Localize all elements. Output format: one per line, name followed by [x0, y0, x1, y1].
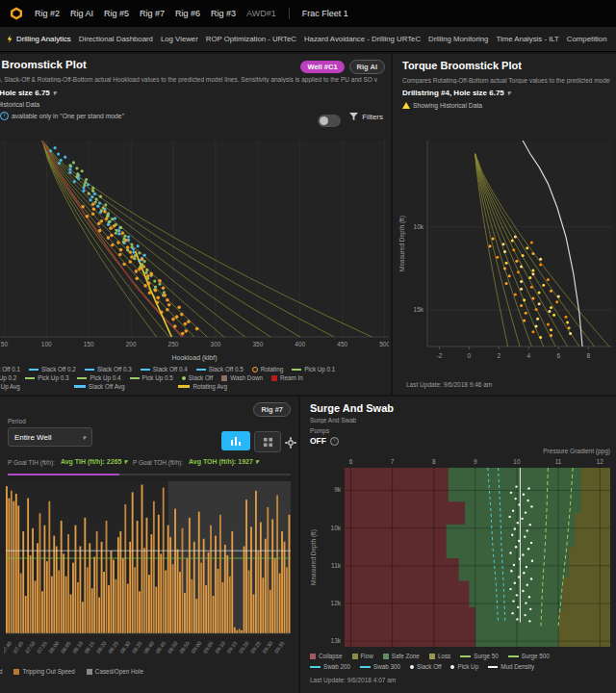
tripping-speed-chart: 07:4007:4507:5007:5508:0008:0508:1008:15… [4, 479, 295, 668]
svg-text:08:00: 08:00 [48, 640, 61, 654]
info-icon[interactable] [330, 437, 339, 446]
rig-tabs: Rig #2Rig AIRig #5Rig #7Rig #6Rig #3AWD#… [35, 8, 348, 19]
svg-text:100: 100 [41, 341, 52, 347]
hookload-badges: Well #C1 Rig AI [300, 60, 385, 74]
legend-marker [310, 666, 321, 668]
legend-surge-50[interactable]: Surge 50 [460, 653, 499, 659]
legend-tripping-in-speed[interactable]: Tripping In Speed [0, 668, 2, 675]
legend-mud-density[interactable]: Mud Density [488, 663, 534, 670]
nav-label: Time Analysis - ILT [496, 35, 558, 43]
legend-pick-up-0-4[interactable]: Pick Up 0.4 [77, 374, 120, 381]
caret-down-icon [253, 458, 259, 465]
legend-swab-300[interactable]: Swab 300 [360, 663, 400, 670]
legend-marker [85, 369, 94, 371]
nav-drilling-analytics[interactable]: Drilling Analytics [6, 35, 71, 43]
legend-ream-in[interactable]: Ream In [271, 374, 303, 381]
surge-swab-chart: 67891011129k10k11k12k13kMeasured Depth (… [304, 454, 614, 649]
nav-label: Drilling Monitoring [428, 35, 488, 43]
legend-rotating-avg[interactable]: Rotating Avg [178, 383, 227, 390]
legend-label: Surge 50 [474, 653, 499, 659]
svg-text:08:20: 08:20 [95, 640, 108, 654]
legend-slack-off-0-1[interactable]: Slack Off 0.1 [0, 366, 20, 372]
tab-rig-7[interactable]: Rig #7 [140, 9, 165, 18]
lightning-icon [6, 35, 13, 43]
chart-view-button[interactable] [221, 431, 250, 450]
svg-text:4: 4 [526, 352, 530, 359]
legend-marker [271, 375, 277, 381]
grid-view-button[interactable] [254, 431, 281, 452]
nav-competition[interactable]: Competition [567, 35, 607, 43]
tab-rig-2[interactable]: Rig #2 [35, 9, 60, 18]
tab-rig-5[interactable]: Rig #5 [104, 9, 129, 18]
svg-text:450: 450 [337, 341, 347, 347]
historical-toggle[interactable] [318, 115, 341, 127]
torque-drillstring-select[interactable]: Drillstring #4, Hole size 6.75 [402, 89, 510, 97]
avg-tih-value[interactable]: Avg TIH (ft/h): 2265 [61, 458, 127, 466]
hookload-drillstring-select[interactable]: Drillstring #4, Hole size 6.75 [0, 89, 56, 97]
legend-flow[interactable]: Flow [352, 653, 373, 659]
tab-awd-1[interactable]: AWD#1 [246, 9, 276, 18]
legend-label: Collapse [319, 653, 343, 659]
nav-log-viewer[interactable]: Log Viewer [161, 35, 198, 43]
legend-label: Slack Off [417, 663, 441, 670]
rig-badge[interactable]: Rig AI [349, 60, 385, 74]
rig7-badge[interactable]: Rig #7 [253, 402, 291, 417]
main-nav: Drilling AnalyticsDirectional DashboardL… [0, 27, 616, 52]
nav-hazard-avoidance-drilling-urtec[interactable]: Hazard Avoidance - Drilling URTeC [304, 35, 421, 43]
app-logo-icon[interactable] [10, 7, 23, 20]
tab-rig-3[interactable]: Rig #3 [211, 9, 236, 18]
svg-text:08:25: 08:25 [107, 640, 119, 654]
svg-text:7: 7 [391, 458, 395, 465]
legend-slack-off[interactable]: Slack Off [410, 663, 441, 670]
legend-pick-up-0-2[interactable]: Pick Up 0.2 [0, 374, 16, 381]
legend-pick-up-avg[interactable]: Pick Up Avg [0, 383, 20, 390]
svg-text:08:45: 08:45 [155, 640, 167, 654]
legend-slack-off-0-3[interactable]: Slack Off 0.3 [85, 366, 132, 372]
surge-subtitle: Surge And Swab [310, 417, 356, 424]
svg-text:9k: 9k [334, 486, 342, 493]
nav-drilling-monitoring[interactable]: Drilling Monitoring [428, 35, 488, 43]
settings-button[interactable] [285, 435, 296, 452]
tab-frac-fleet-1[interactable]: Frac Fleet 1 [302, 9, 348, 18]
legend-safe-zone[interactable]: Safe Zone [383, 653, 420, 659]
avg-toh-value[interactable]: Avg TOH (ft/h): 1927 [189, 458, 258, 466]
legend-marker [74, 385, 86, 388]
legend-pick-up[interactable]: Pick Up [450, 663, 478, 670]
legend-wash-down[interactable]: Wash Down [221, 374, 263, 381]
legend-surge-500[interactable]: Surge 500 [508, 653, 550, 659]
svg-text:15k: 15k [414, 306, 424, 313]
svg-text:250: 250 [168, 341, 179, 347]
legend-marker [360, 666, 371, 668]
nav-rop-optimization-urtec[interactable]: ROP Optimization - URTeC [206, 35, 296, 43]
legend-tripping-out-speed[interactable]: Tripping Out Speed [13, 668, 74, 675]
legend-pick-up-0-5[interactable]: Pick Up 0.5 [130, 374, 173, 381]
nav-label: Hazard Avoidance - Drilling URTeC [304, 35, 421, 43]
nav-directional-dashboard[interactable]: Directional Dashboard [79, 35, 153, 43]
legend-marker [450, 665, 454, 669]
period-select[interactable]: Entire Well [8, 427, 92, 447]
legend-collapse[interactable]: Collapse [310, 653, 343, 659]
nav-time-analysis-ilt[interactable]: Time Analysis - ILT [496, 35, 558, 43]
hookload-legend-row-3: Pick Up AvgSlack Off AvgRotating Avg [0, 383, 227, 390]
legend-slack-off-0-2[interactable]: Slack Off 0.2 [29, 366, 76, 372]
filters-button[interactable]: Filters [349, 113, 383, 121]
legend-loss[interactable]: Loss [429, 653, 450, 659]
svg-text:10k: 10k [331, 525, 342, 531]
well-badge[interactable]: Well #C1 [300, 61, 344, 73]
legend-slack-off-avg[interactable]: Slack Off Avg [74, 383, 125, 390]
svg-text:09:25: 09:25 [249, 640, 262, 654]
legend-slack-off-0-5[interactable]: Slack Off 0.5 [196, 366, 244, 372]
tab-rig-ai[interactable]: Rig AI [70, 9, 93, 18]
legend-pick-up-0-1[interactable]: Pick Up 0.1 [292, 366, 335, 372]
tab-rig-6[interactable]: Rig #6 [175, 9, 200, 18]
svg-text:Measured Depth (ft): Measured Depth (ft) [398, 216, 406, 271]
svg-text:400: 400 [295, 341, 305, 347]
legend-slack-off[interactable]: Slack Off [182, 374, 213, 381]
legend-marker [252, 367, 258, 372]
legend-pick-up-0-3[interactable]: Pick Up 0.3 [25, 374, 68, 381]
legend-slack-off-0-4[interactable]: Slack Off 0.4 [141, 366, 188, 372]
legend-swab-200[interactable]: Swab 200 [310, 663, 350, 670]
legend-rotating[interactable]: Rotating [252, 366, 283, 372]
nav-label: Directional Dashboard [79, 35, 153, 43]
legend-cased-open-hole[interactable]: Cased/Open Hole [87, 668, 143, 675]
